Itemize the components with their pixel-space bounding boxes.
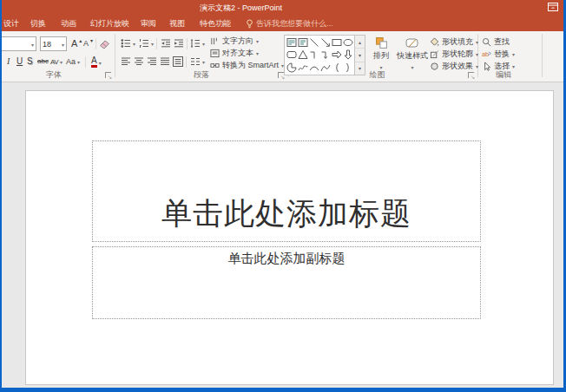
tell-me-box[interactable]: 告诉我您想要做什么...: [246, 18, 333, 29]
shape-elbow-arrow-connector-icon[interactable]: [319, 49, 331, 61]
chevron-down-icon: [151, 39, 154, 48]
font-dialog-launcher[interactable]: [105, 72, 111, 78]
shape-elbow-connector-icon[interactable]: [308, 49, 319, 61]
align-text-button[interactable]: 对齐文本: [210, 48, 284, 58]
find-button[interactable]: 查找: [482, 36, 515, 47]
shape-right-arrow-icon[interactable]: [331, 49, 342, 61]
arrange-button[interactable]: 排列: [367, 36, 395, 71]
shape-format-stack: 形状填充 形状轮廓 形状效果: [430, 36, 478, 71]
clear-formatting-button[interactable]: [99, 38, 110, 49]
shape-fill-button[interactable]: 形状填充: [430, 36, 478, 47]
editing-group-label: 编辑: [477, 69, 530, 81]
tab-review[interactable]: 审阅: [141, 18, 156, 29]
shape-triangle-icon[interactable]: [297, 49, 308, 61]
bullets-icon: [121, 38, 131, 49]
title-placeholder[interactable]: 单击此处添加标题: [92, 140, 481, 242]
align-center-button[interactable]: [134, 56, 144, 67]
gallery-scroll-up-icon[interactable]: ▴: [355, 36, 365, 49]
paragraph-dialog-launcher[interactable]: [278, 72, 284, 78]
mini-divider: [156, 38, 157, 49]
shape-fill-icon: [430, 37, 439, 47]
align-right-icon: [147, 56, 157, 67]
title-bar: 演示文稿2 - PowerPoint: [2, 0, 563, 16]
italic-button[interactable]: I: [7, 56, 10, 66]
slide-canvas: 单击此处添加标题 单击此处添加副标题: [25, 90, 554, 385]
increase-indent-icon: [174, 38, 184, 49]
search-icon: [482, 37, 491, 47]
ribbon-display-options-icon[interactable]: [548, 3, 558, 11]
text-direction-button[interactable]: 文字方向: [210, 36, 284, 46]
change-case-button[interactable]: Aa: [66, 57, 80, 66]
shape-line-icon[interactable]: [308, 36, 319, 49]
shrink-font-button[interactable]: A▾: [83, 39, 93, 48]
paragraph-group-label: 段落: [115, 69, 288, 81]
font-group-label: 字体: [2, 69, 106, 81]
ribbon-home: 18 A▴ A▾ I U S abc AV: [2, 31, 563, 82]
line-spacing-icon: [190, 38, 201, 49]
paragraph-stack: 文字方向 对齐文本 转换为 SmartArt: [210, 36, 284, 70]
tab-view[interactable]: 视图: [169, 18, 185, 29]
editing-stack: 查找 ab 替换 选择: [482, 36, 515, 71]
distribute-icon: [173, 56, 183, 67]
tab-slideshow[interactable]: 幻灯片放映: [90, 18, 129, 29]
tab-special-features[interactable]: 特色功能: [200, 18, 231, 29]
subtitle-placeholder[interactable]: 单击此处添加副标题: [92, 246, 481, 319]
font-size-combobox[interactable]: 18: [40, 36, 67, 51]
replace-button[interactable]: ab 替换: [482, 49, 515, 59]
font-size-value: 18: [43, 40, 62, 49]
chevron-down-icon: [133, 39, 135, 48]
numbering-button[interactable]: [139, 38, 154, 49]
decrease-indent-icon: [161, 38, 171, 49]
chevron-down-icon: [202, 57, 205, 66]
font-color-button[interactable]: A: [91, 56, 102, 68]
window-title: 演示文稿2 - PowerPoint: [200, 3, 282, 14]
align-left-button[interactable]: [121, 56, 131, 67]
chevron-down-icon: [256, 36, 259, 45]
tab-animations[interactable]: 动画: [61, 18, 76, 29]
justify-button[interactable]: [160, 56, 170, 67]
chevron-down-icon: [256, 49, 259, 57]
chevron-down-icon: [62, 40, 64, 49]
decrease-indent-button[interactable]: [161, 38, 171, 49]
mini-divider: [186, 56, 187, 68]
tab-transitions[interactable]: 切换: [30, 18, 46, 29]
text-shadow-button[interactable]: S: [27, 56, 33, 66]
line-spacing-button[interactable]: [190, 38, 205, 49]
slide-workspace: 单击此处添加标题 单击此处添加副标题: [2, 83, 563, 388]
group-divider: [542, 34, 543, 77]
tab-design[interactable]: 设计: [3, 18, 19, 29]
drawing-group-label: 绘图: [288, 69, 466, 81]
grow-font-button[interactable]: A▴: [71, 38, 82, 49]
mini-divider: [85, 56, 86, 68]
shape-arrow-icon[interactable]: [319, 36, 331, 49]
shape-oval-icon[interactable]: [342, 36, 353, 49]
columns-button[interactable]: [190, 56, 205, 67]
shape-rounded-rectangle-icon[interactable]: [286, 49, 297, 61]
character-spacing-button[interactable]: AV: [50, 57, 63, 66]
bullets-button[interactable]: [121, 38, 135, 49]
align-center-icon: [134, 56, 144, 67]
drawing-dialog-launcher[interactable]: [468, 72, 474, 78]
shape-rectangle-icon[interactable]: [331, 36, 342, 49]
powerpoint-window: 演示文稿2 - PowerPoint 设计 切换 动画 幻灯片放映 审阅 视图 …: [0, 0, 566, 392]
shape-outline-icon: [430, 49, 439, 59]
shape-outline-button[interactable]: 形状轮廓: [430, 49, 478, 59]
justify-icon: [160, 56, 170, 67]
increase-indent-button[interactable]: [174, 38, 184, 49]
shape-down-arrow-icon[interactable]: [342, 49, 353, 61]
text-direction-icon: [210, 36, 220, 46]
font-name-combobox[interactable]: [0, 36, 36, 51]
gallery-scroll-down-icon[interactable]: ▾: [355, 49, 365, 62]
align-right-button[interactable]: [147, 56, 157, 67]
chevron-down-icon: [77, 57, 80, 66]
shape-placeholder-horizontal-icon[interactable]: [286, 36, 297, 49]
quick-styles-button[interactable]: 快速样式: [396, 36, 429, 71]
distribute-text-button[interactable]: [173, 56, 183, 67]
svg-text:ab: ab: [482, 49, 489, 57]
title-placeholder-text: 单击此处添加标题: [161, 193, 411, 234]
underline-button[interactable]: U: [16, 56, 23, 66]
eraser-icon: [99, 38, 110, 49]
shape-placeholder-vertical-icon[interactable]: [297, 36, 308, 49]
strikethrough-button[interactable]: abc: [37, 57, 49, 65]
subtitle-placeholder-text: 单击此处添加副标题: [228, 251, 346, 267]
